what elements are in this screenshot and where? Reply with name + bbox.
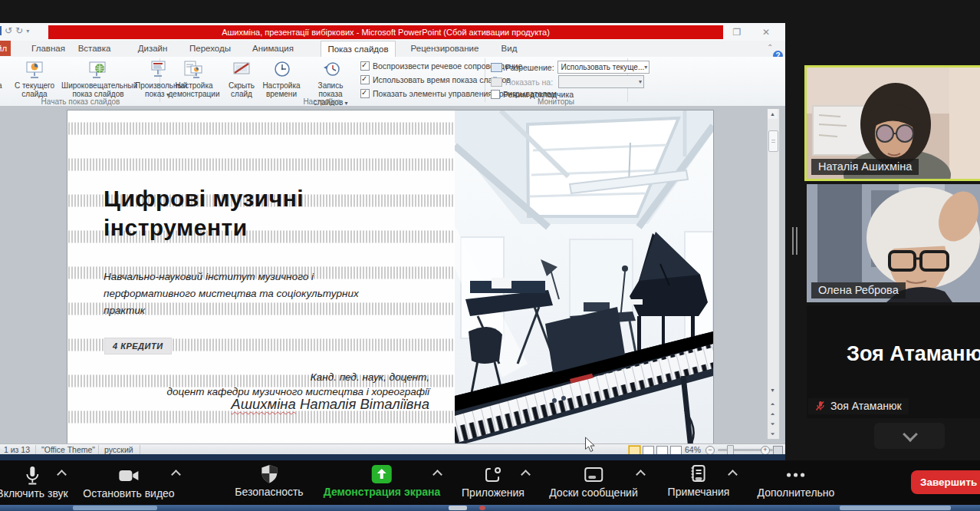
notes-button[interactable]: Примечания — [668, 463, 730, 498]
credits-badge: 4 КРЕДИТИ — [104, 338, 172, 354]
group-label-start-slideshow: Начать показ слайдов — [15, 97, 146, 106]
save-icon[interactable] — [0, 26, 2, 35]
scrollbar-thumb[interactable] — [768, 130, 778, 152]
slideshow-screen-icon — [0, 58, 8, 80]
checkbox-icon[interactable] — [360, 61, 370, 71]
presenter-taskbar-strip — [0, 454, 785, 460]
from-start-button[interactable]: С начала — [0, 58, 8, 103]
ppt-status-bar: 1 из 13 "Office Theme" русский 64% − + — [0, 443, 785, 455]
security-button[interactable]: Безопасность — [235, 463, 303, 498]
slideshow-screen-icon — [11, 58, 58, 80]
collapse-videos-button[interactable] — [874, 423, 945, 449]
tab-review[interactable]: Рецензирование — [405, 41, 485, 56]
hide-slide-button[interactable]: Скрыть слайд — [224, 58, 259, 103]
mute-button[interactable]: Включить звук — [0, 465, 68, 499]
window-title: Ашихміна, презентації вибіркових - Micro… — [48, 25, 723, 39]
tab-slideshow[interactable]: Показ слайдов — [321, 41, 396, 57]
share-screen-icon — [324, 463, 441, 485]
whiteboard-icon — [549, 464, 638, 486]
share-screen-button[interactable]: Демонстрация экрана — [324, 463, 441, 498]
slideshow-ribbon: С начала С текущего слайда Широковещател… — [0, 57, 785, 107]
resolution-select[interactable]: Использовать текуще...▾ — [557, 61, 649, 74]
slide-counter: 1 из 13 — [4, 445, 30, 454]
rehearse-timings-button[interactable]: Настройка времени — [259, 58, 304, 103]
group-label-setup: Настройка — [265, 97, 380, 106]
tab-transitions[interactable]: Переходы — [187, 41, 233, 56]
redo-icon[interactable]: ↻ — [15, 25, 23, 36]
participant-display-name: Зоя Атаманюк — [847, 342, 980, 366]
ribbon-tab-bar: Файл Главная Вставка Дизайн Переходы Ани… — [0, 41, 785, 58]
clock-icon — [259, 58, 304, 80]
monitor-icon — [491, 63, 502, 72]
slide-scrollbar[interactable]: ▲ ▼ ⏶⏶ ⏷⏷ — [767, 108, 780, 440]
muted-microphone-icon — [815, 401, 826, 411]
author-credentials: Канд. пед. наук, доцент, доцент кафедри … — [144, 370, 429, 399]
quick-access-toolbar[interactable]: ↺ ↻ ▾ — [0, 25, 29, 36]
apps-button[interactable]: Приложения — [462, 464, 525, 499]
slide-subtitle: Навчально-науковий інститут музичного і … — [104, 269, 403, 319]
tab-animations[interactable]: Анимация — [250, 41, 296, 56]
broadcast-slideshow-button[interactable]: Широковещательный показ слайдов — [61, 58, 135, 103]
qat-dropdown-icon[interactable]: ▾ — [26, 28, 29, 35]
previous-slide-icon[interactable]: ⏶⏶ — [768, 399, 778, 409]
more-button[interactable]: Дополнительно — [758, 464, 835, 499]
restore-window-button[interactable]: ❐ — [727, 26, 747, 38]
taskbar-strip — [0, 505, 980, 511]
notes-icon — [668, 463, 730, 485]
participant-name-label: Наталія Ашихміна — [811, 159, 919, 175]
hide-slide-icon — [224, 58, 259, 80]
resolution-row: Разрешение: Использовать текуще...▾ — [491, 61, 649, 74]
stop-video-button[interactable]: Остановить видео — [83, 465, 174, 499]
record-clock-icon — [305, 58, 356, 80]
monitor-icon — [491, 77, 502, 87]
group-label-monitors: Мониторы — [498, 97, 613, 106]
record-slideshow-button[interactable]: Запись показа слайдов — [305, 58, 356, 103]
close-window-button[interactable]: ✕ — [756, 26, 776, 38]
setup-show-icon — [164, 58, 224, 80]
participant-name-label: Олена Реброва — [811, 282, 906, 298]
dropdown-arrow-icon: ▾ — [639, 76, 642, 87]
show-on-select[interactable]: ▾ — [558, 75, 644, 88]
slide-canvas[interactable]: Цифрові музичні інструменти Навчально-на… — [67, 110, 713, 443]
slide-title: Цифрові музичні інструменти — [104, 184, 433, 242]
whiteboards-button[interactable]: Доски сообщений — [549, 464, 638, 499]
scroll-down-icon[interactable]: ▼ — [768, 385, 778, 395]
author-name: Ашихміна Наталія Віталіївна — [144, 396, 429, 413]
panel-divider-handle[interactable] — [792, 227, 797, 255]
tab-file[interactable]: Файл — [0, 41, 11, 56]
tab-insert[interactable]: Вставка — [75, 41, 113, 56]
mouse-cursor — [584, 437, 596, 453]
tab-design[interactable]: Дизайн — [135, 41, 170, 56]
apps-icon — [462, 464, 525, 486]
language-indicator[interactable]: русский — [104, 445, 133, 454]
zoom-percentage[interactable]: 64% — [685, 445, 701, 454]
tab-home[interactable]: Главная — [29, 41, 67, 56]
dropdown-arrow-icon: ▾ — [644, 61, 647, 73]
checkbox-icon[interactable] — [360, 75, 370, 84]
setup-slideshow-button[interactable]: Настройка демонстрации — [164, 58, 224, 103]
theme-name[interactable]: "Office Theme" — [41, 445, 95, 454]
camera-icon — [83, 465, 174, 486]
participant-video-3[interactable]: Зоя Атаманюк Зоя Атаманюк — [807, 305, 980, 418]
from-current-slide-button[interactable]: С текущего слайда — [11, 58, 58, 103]
powerpoint-window: ↺ ↻ ▾ Ашихміна, презентації вибіркових -… — [0, 23, 785, 460]
end-meeting-button[interactable]: Завершить — [911, 470, 980, 494]
show-on-row: Показать на: ▾ — [491, 75, 644, 88]
next-slide-icon[interactable]: ⏷⏷ — [768, 419, 778, 429]
shield-icon — [235, 463, 303, 485]
undo-icon[interactable]: ↺ — [5, 25, 12, 36]
participant-name-label: Зоя Атаманюк — [808, 398, 909, 414]
zoom-meeting-window: ↺ ↻ ▾ Ашихміна, презентації вибіркових -… — [0, 0, 980, 511]
participant-video-1[interactable]: Наталія Ашихміна — [804, 65, 980, 181]
chevron-down-icon — [903, 427, 918, 442]
tab-view[interactable]: Вид — [497, 41, 521, 56]
slide-workspace: Цифрові музичні інструменти Навчально-на… — [0, 106, 785, 443]
minimize-ribbon-icon[interactable]: ⌃ — [767, 43, 773, 51]
ppt-title-row: ↺ ↻ ▾ Ашихміна, презентації вибіркових -… — [0, 23, 785, 41]
scroll-up-icon[interactable]: ▲ — [768, 109, 778, 119]
broadcast-globe-icon — [61, 58, 135, 80]
participant-video-2[interactable]: Олена Реброва — [807, 184, 980, 302]
meeting-toolbar: Включить звук Остановить видео Безопасно… — [0, 460, 980, 505]
music-studio-illustration — [455, 110, 713, 443]
checkbox-use-timings[interactable]: Использовать время показа слайдов — [360, 75, 511, 84]
